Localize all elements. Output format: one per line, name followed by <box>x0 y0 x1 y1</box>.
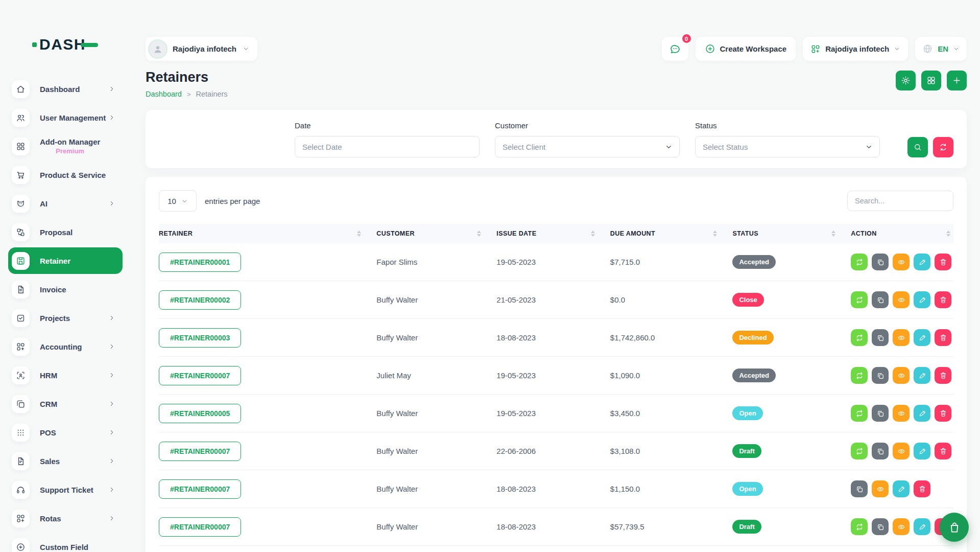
edit-button[interactable] <box>914 405 930 422</box>
sidebar-item-retainer[interactable]: Retainer <box>8 247 123 274</box>
duplicate-button[interactable] <box>872 405 889 422</box>
view-button[interactable] <box>893 518 910 535</box>
sort-icon[interactable] <box>591 231 595 237</box>
view-button[interactable] <box>893 443 910 459</box>
delete-button[interactable] <box>914 480 930 497</box>
column-header-retainer[interactable]: RETAINER <box>159 230 376 237</box>
edit-button[interactable] <box>914 254 930 270</box>
sidebar-item-rotas[interactable]: Rotas <box>0 505 134 532</box>
table-search-input[interactable] <box>847 191 953 211</box>
retainer-number-link[interactable]: #RETAINER00003 <box>159 328 241 348</box>
retainer-number-link[interactable]: #RETAINER00007 <box>159 517 241 537</box>
eye-icon <box>897 372 905 380</box>
retainer-number-link[interactable]: #RETAINER00001 <box>159 252 241 272</box>
convert-button[interactable] <box>851 329 868 346</box>
retainer-number-link[interactable]: #RETAINER00005 <box>159 404 241 423</box>
create-workspace-button[interactable]: Create Workspace <box>696 37 796 61</box>
date-input[interactable] <box>295 136 480 157</box>
sidebar-item-sales[interactable]: Sales <box>0 448 134 474</box>
sidebar-item-hrm[interactable]: HRM <box>0 362 134 388</box>
sort-icon[interactable] <box>477 231 481 237</box>
customer-cell: Buffy Walter <box>376 409 496 418</box>
duplicate-button[interactable] <box>872 367 889 384</box>
edit-button[interactable] <box>893 480 910 497</box>
convert-button[interactable] <box>851 405 868 422</box>
sidebar-item-crm[interactable]: CRM <box>0 390 134 417</box>
convert-button[interactable] <box>851 291 868 308</box>
view-button[interactable] <box>893 329 910 346</box>
language-code: EN <box>938 44 948 53</box>
edit-button[interactable] <box>914 443 930 459</box>
duplicate-button[interactable] <box>872 443 889 459</box>
breadcrumb: Dashboard > Retainers <box>146 90 967 98</box>
delete-button[interactable] <box>935 405 951 422</box>
messages-button[interactable]: 0 <box>662 37 688 61</box>
column-header-due-amount[interactable]: DUE AMOUNT <box>610 230 733 237</box>
retainer-number-link[interactable]: #RETAINER00007 <box>159 366 241 385</box>
sidebar-item-dashboard[interactable]: Dashboard <box>0 76 134 102</box>
column-header-issue-date[interactable]: ISSUE DATE <box>496 230 610 237</box>
column-header-action[interactable]: ACTION <box>851 230 953 237</box>
sidebar-item-ai[interactable]: AI <box>0 190 134 217</box>
language-selector[interactable]: EN <box>915 37 967 61</box>
sidebar-item-proposal[interactable]: Proposal <box>0 219 134 245</box>
convert-button[interactable] <box>851 367 868 384</box>
customer-select[interactable]: Select Client <box>495 136 680 157</box>
company-selector[interactable]: Rajodiya infotech <box>803 37 908 61</box>
sidebar-item-pos[interactable]: POS <box>0 419 134 446</box>
convert-button[interactable] <box>851 518 868 535</box>
breadcrumb-dashboard-link[interactable]: Dashboard <box>146 90 182 98</box>
sort-icon[interactable] <box>357 231 361 237</box>
sidebar-item-projects[interactable]: Projects <box>0 305 134 331</box>
reset-filter-button[interactable] <box>933 137 953 157</box>
entries-per-page-select[interactable]: 10 <box>159 190 197 212</box>
edit-button[interactable] <box>914 329 930 346</box>
customer-cell: Buffy Walter <box>376 485 496 493</box>
settings-button[interactable] <box>896 71 916 90</box>
sidebar-item-custom-field[interactable]: Custom Field <box>0 534 134 552</box>
delete-button[interactable] <box>935 291 951 308</box>
sort-icon[interactable] <box>713 231 717 237</box>
column-header-customer[interactable]: CUSTOMER <box>376 230 496 237</box>
store-fab-button[interactable] <box>940 513 969 542</box>
duplicate-button[interactable] <box>872 329 889 346</box>
status-select[interactable]: Select Status <box>695 136 880 157</box>
view-button[interactable] <box>893 405 910 422</box>
view-button[interactable] <box>893 291 910 308</box>
duplicate-button[interactable] <box>872 518 889 535</box>
convert-button[interactable] <box>851 254 868 270</box>
delete-button[interactable] <box>935 329 951 346</box>
column-header-status[interactable]: STATUS <box>732 230 851 237</box>
sidebar-item-user-management[interactable]: User Management <box>0 104 134 131</box>
duplicate-button[interactable] <box>872 254 889 270</box>
delete-button[interactable] <box>935 443 951 459</box>
grid-view-button[interactable] <box>921 71 941 90</box>
view-button[interactable] <box>893 367 910 384</box>
grid-icon <box>926 76 936 85</box>
edit-button[interactable] <box>914 518 930 535</box>
delete-button[interactable] <box>935 254 951 270</box>
sidebar-item-add-on-manager[interactable]: Add-on ManagerPremium <box>0 133 134 159</box>
workspace-selector[interactable]: Rajodiya infotech <box>146 37 257 61</box>
retainer-number-link[interactable]: #RETAINER00007 <box>159 442 241 461</box>
retainer-number-link[interactable]: #RETAINER00002 <box>159 290 241 310</box>
duplicate-button[interactable] <box>851 480 868 497</box>
add-retainer-button[interactable] <box>947 71 967 90</box>
sidebar-item-support-ticket[interactable]: Support Ticket <box>0 476 134 503</box>
edit-button[interactable] <box>914 291 930 308</box>
apply-filter-button[interactable] <box>907 137 928 157</box>
sidebar-item-invoice[interactable]: Invoice <box>0 276 134 303</box>
view-button[interactable] <box>893 254 910 270</box>
sort-icon[interactable] <box>831 231 835 237</box>
view-button[interactable] <box>872 480 889 497</box>
sidebar-item-accounting[interactable]: Accounting <box>0 333 134 360</box>
edit-button[interactable] <box>914 367 930 384</box>
delete-button[interactable] <box>935 367 951 384</box>
retainer-number-link[interactable]: #RETAINER00007 <box>159 479 241 499</box>
copy-icon <box>876 258 885 266</box>
sidebar-item-product-service[interactable]: Product & Service <box>0 162 134 188</box>
duplicate-button[interactable] <box>872 291 889 308</box>
status-badge: Draft <box>732 520 761 534</box>
sort-icon[interactable] <box>946 231 950 237</box>
convert-button[interactable] <box>851 443 868 459</box>
